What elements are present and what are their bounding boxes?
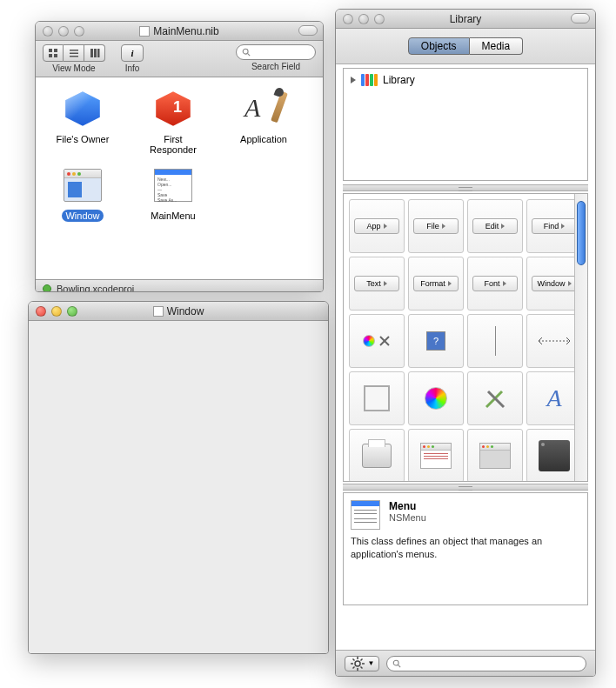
nib-titlebar[interactable]: MainMenu.nib xyxy=(36,22,323,41)
nib-item-mainmenu[interactable]: New...Open...—SaveSave As... MainMenu xyxy=(138,163,208,222)
font-a-icon: A xyxy=(546,384,561,412)
viewmode-group: View Mode xyxy=(43,44,105,73)
object-btn-label: Text xyxy=(366,279,381,288)
viewmode-label: View Mode xyxy=(52,63,95,73)
object-item-print[interactable] xyxy=(349,429,405,481)
window-titlebar[interactable]: Window xyxy=(29,302,328,321)
object-item-toolbar[interactable] xyxy=(349,314,405,368)
info-group: i Info xyxy=(121,44,144,73)
minimize-icon[interactable] xyxy=(51,306,62,317)
traffic-lights xyxy=(36,306,77,317)
svg-line-22 xyxy=(352,658,354,660)
outline-root-row[interactable]: Library xyxy=(351,74,580,86)
window-template-icon xyxy=(420,443,452,469)
object-item-window-template[interactable] xyxy=(408,429,464,481)
submenu-arrow-icon xyxy=(442,224,445,229)
viewmode-columns[interactable] xyxy=(84,44,105,62)
window-title-text: Window xyxy=(167,305,204,317)
library-titlebar[interactable]: Library xyxy=(336,10,595,29)
tab-media[interactable]: Media xyxy=(470,37,524,55)
image-item-icon: ? xyxy=(426,331,445,351)
nib-title-text: MainMenu.nib xyxy=(153,25,218,37)
library-search-input[interactable] xyxy=(386,656,586,671)
submenu-arrow-icon xyxy=(561,224,565,229)
colorwheel-icon xyxy=(425,387,447,410)
svg-line-24 xyxy=(352,666,354,668)
zoom-icon[interactable] xyxy=(74,26,84,37)
object-item-submenu-font[interactable]: Font xyxy=(467,257,523,311)
toolbar-pill-icon[interactable] xyxy=(298,25,318,36)
object-item-submenu-format[interactable]: Format xyxy=(408,257,464,311)
object-item-submenu-app[interactable]: App xyxy=(349,199,405,253)
object-item-submenu-edit[interactable]: Edit xyxy=(467,199,523,253)
flex-space-icon xyxy=(537,336,572,346)
submenu-arrow-icon xyxy=(384,281,387,286)
object-btn-label: File xyxy=(426,222,439,230)
object-item-submenu-file[interactable]: File xyxy=(408,199,464,253)
info-label: Info xyxy=(125,63,140,73)
drawer-icon xyxy=(539,440,570,471)
svg-rect-2 xyxy=(49,54,52,57)
submenu-arrow-icon xyxy=(503,281,506,286)
nib-window: MainMenu.nib View Mode i Info Search Fie… xyxy=(35,21,324,292)
zoom-icon[interactable] xyxy=(67,306,77,317)
object-item-panel-template[interactable] xyxy=(467,429,523,481)
close-icon[interactable] xyxy=(36,306,46,317)
svg-rect-8 xyxy=(94,49,97,57)
svg-rect-3 xyxy=(54,54,57,57)
library-outline[interactable]: Library xyxy=(343,68,588,181)
svg-line-27 xyxy=(398,665,401,667)
traffic-lights xyxy=(43,26,84,37)
svg-rect-4 xyxy=(70,50,78,51)
chevron-down-icon: ▼ xyxy=(368,659,375,667)
window-doc-icon xyxy=(153,306,164,317)
object-grid: App File Edit Find Text Format Font Wind… xyxy=(343,193,588,482)
search-icon xyxy=(392,659,401,668)
object-btn-label: Find xyxy=(544,222,559,230)
splitter-handle[interactable] xyxy=(343,484,588,491)
svg-line-23 xyxy=(360,666,362,668)
search-input[interactable] xyxy=(236,44,316,60)
svg-point-26 xyxy=(393,660,398,665)
minimize-icon[interactable] xyxy=(58,26,69,37)
svg-rect-5 xyxy=(70,53,78,55)
object-item-submenu-text[interactable]: Text xyxy=(349,257,405,311)
outline-root-label: Library xyxy=(383,74,415,86)
object-grid-scrollbar[interactable] xyxy=(574,194,587,481)
object-item-image-toolbar-item[interactable]: ? xyxy=(408,314,464,368)
object-item-color-well[interactable] xyxy=(408,371,464,425)
library-info-area: Menu NSMenu This class defines an object… xyxy=(343,492,588,605)
close-icon[interactable] xyxy=(43,26,53,37)
nib-file-icon xyxy=(139,26,150,37)
nib-item-label: MainMenu xyxy=(147,210,198,222)
info-title: Menu xyxy=(389,500,426,512)
zoom-icon[interactable] xyxy=(374,14,385,24)
nib-item-application[interactable]: A Application xyxy=(229,86,298,156)
viewmode-segmented[interactable] xyxy=(43,44,105,62)
scrollbar-thumb[interactable] xyxy=(577,201,586,265)
nib-toolbar: View Mode i Info Search Field xyxy=(36,41,323,77)
object-item-customize-toolbar[interactable] xyxy=(467,371,523,425)
minimize-icon[interactable] xyxy=(358,14,369,24)
gear-menu-button[interactable]: ▼ xyxy=(345,656,379,671)
svg-line-11 xyxy=(248,54,251,56)
nib-item-files-owner[interactable]: File's Owner xyxy=(48,86,117,156)
toolbar-pill-icon[interactable] xyxy=(571,13,590,23)
hammer-screwdriver-icon xyxy=(483,386,507,411)
nib-item-window[interactable]: Window xyxy=(48,163,117,222)
submenu-arrow-icon xyxy=(568,281,572,286)
disclosure-triangle-icon[interactable] xyxy=(351,77,356,83)
svg-rect-1 xyxy=(54,49,57,52)
svg-rect-7 xyxy=(90,49,93,57)
info-button[interactable]: i xyxy=(121,44,144,62)
close-icon[interactable] xyxy=(343,14,353,24)
tab-objects[interactable]: Objects xyxy=(408,37,470,55)
viewmode-icons[interactable] xyxy=(43,44,64,62)
nib-item-first-responder[interactable]: 1 First Responder xyxy=(138,86,208,156)
viewmode-list[interactable] xyxy=(64,44,84,62)
object-item-custom-view[interactable] xyxy=(349,371,405,425)
svg-point-10 xyxy=(243,49,248,54)
splitter-handle[interactable] xyxy=(343,184,588,191)
info-menu-icon xyxy=(351,500,380,530)
object-item-separator[interactable] xyxy=(467,314,523,368)
